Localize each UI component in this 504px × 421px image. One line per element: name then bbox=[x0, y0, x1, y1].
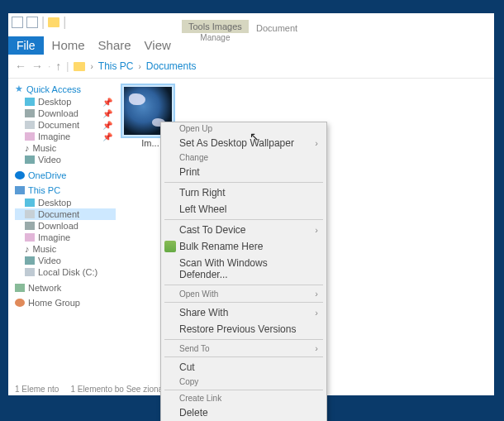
sidebar: ★Quick Access Desktop📌 Download📌 Documen… bbox=[8, 79, 116, 393]
ctx-set-wallpaper[interactable]: Set As Desktop Wallpaper› bbox=[161, 135, 326, 151]
sidebar-item-music[interactable]: ♪Music bbox=[15, 142, 116, 154]
pin-icon: 📌 bbox=[102, 109, 112, 118]
ctx-scan[interactable]: Scan With Windows Defender... bbox=[161, 255, 326, 283]
pictures-icon bbox=[25, 233, 35, 242]
sidebar-thispc[interactable]: This PC bbox=[15, 185, 116, 195]
context-tab-sub: Manage bbox=[182, 33, 249, 42]
ctx-open-with[interactable]: Open With› bbox=[161, 287, 326, 300]
ctx-delete[interactable]: Delete bbox=[161, 404, 326, 421]
pictures-icon bbox=[25, 132, 35, 141]
sidebar-network[interactable]: Network bbox=[15, 283, 116, 293]
status-selection: 1 Elemento bo See zionato bbox=[70, 385, 169, 394]
video-icon bbox=[25, 256, 35, 265]
ctx-cast[interactable]: Cast To Device› bbox=[161, 222, 326, 238]
document-icon bbox=[25, 121, 35, 129]
chevron-right-icon: › bbox=[315, 308, 318, 318]
disk-icon bbox=[25, 268, 35, 276]
chevron-right-icon: › bbox=[90, 62, 93, 71]
context-tab-group[interactable]: Tools Images Manage bbox=[182, 20, 249, 42]
sidebar-item-download[interactable]: Download📌 bbox=[15, 108, 116, 119]
ctx-create-link[interactable]: Create Link bbox=[161, 392, 326, 404]
ctx-restore[interactable]: Restore Previous Versions bbox=[161, 321, 326, 337]
file-tab[interactable]: File bbox=[8, 36, 44, 55]
breadcrumb-folder-icon bbox=[74, 62, 85, 71]
music-icon: ♪ bbox=[25, 143, 30, 153]
separator bbox=[164, 356, 323, 357]
ctx-send-to[interactable]: Send To› bbox=[161, 342, 326, 355]
ribbon-tabs: File Home Share View Tools Images Manage… bbox=[8, 31, 494, 55]
ctx-copy[interactable]: Copy bbox=[161, 376, 326, 388]
document-tab: Document bbox=[256, 23, 297, 33]
context-tab-title: Tools Images bbox=[182, 20, 249, 33]
titlebar: | | bbox=[8, 13, 494, 31]
sidebar-quick-access[interactable]: ★Quick Access bbox=[15, 84, 116, 94]
separator bbox=[164, 285, 323, 285]
sidebar-item-video[interactable]: Video bbox=[15, 154, 116, 165]
document-icon bbox=[25, 210, 35, 218]
context-menu: Open Up Set As Desktop Wallpaper› Change… bbox=[160, 122, 327, 421]
pin-icon: 📌 bbox=[102, 121, 112, 130]
separator bbox=[164, 339, 323, 340]
title-folder-icon bbox=[48, 17, 59, 27]
ctx-left-wheel[interactable]: Left Wheel bbox=[161, 201, 326, 218]
separator bbox=[164, 219, 323, 220]
chevron-right-icon: › bbox=[315, 289, 318, 299]
ctx-open[interactable]: Open Up bbox=[161, 122, 326, 135]
sidebar-item-pc-document[interactable]: Document bbox=[15, 208, 116, 220]
onedrive-icon bbox=[15, 171, 25, 179]
sidebar-item-imagine[interactable]: Imagine📌 bbox=[15, 131, 116, 142]
thispc-icon bbox=[15, 186, 25, 194]
sidebar-item-pc-video[interactable]: Video bbox=[15, 255, 116, 266]
view-tab[interactable]: View bbox=[138, 36, 178, 55]
title-app-icon bbox=[12, 17, 23, 28]
chevron-right-icon: › bbox=[315, 343, 318, 353]
ctx-change[interactable]: Change bbox=[161, 151, 326, 164]
ctx-cut[interactable]: Cut bbox=[161, 359, 326, 376]
desktop-icon bbox=[25, 98, 35, 106]
chevron-right-icon: › bbox=[139, 62, 141, 71]
nav-forward[interactable]: → bbox=[31, 60, 43, 73]
status-bar: 1 Eleme nto 1 Elemento bo See zionato bbox=[15, 385, 169, 394]
homegroup-icon bbox=[15, 299, 25, 307]
ctx-print[interactable]: Print bbox=[161, 164, 326, 180]
separator bbox=[164, 302, 323, 303]
ctx-share-with[interactable]: Share With› bbox=[161, 304, 326, 321]
pin-icon: 📌 bbox=[102, 98, 112, 107]
ctx-bulk-rename[interactable]: Bulk Rename Here bbox=[161, 238, 326, 255]
network-icon bbox=[15, 284, 25, 292]
share-tab[interactable]: Share bbox=[92, 36, 138, 55]
sidebar-onedrive[interactable]: OneDrive bbox=[15, 170, 116, 180]
nav-back[interactable]: ← bbox=[15, 60, 26, 73]
desktop-icon bbox=[25, 199, 35, 207]
ctx-turn-right[interactable]: Turn Right bbox=[161, 184, 326, 201]
sidebar-item-desktop[interactable]: Desktop📌 bbox=[15, 96, 116, 108]
sidebar-item-document[interactable]: Document📌 bbox=[15, 119, 116, 131]
download-icon bbox=[25, 222, 35, 230]
nav-up[interactable]: ↑ bbox=[55, 60, 61, 73]
music-icon: ♪ bbox=[25, 244, 30, 254]
sidebar-item-pc-desktop[interactable]: Desktop bbox=[15, 197, 116, 208]
breadcrumb-root[interactable]: This PC bbox=[98, 60, 134, 72]
sidebar-item-pc-download[interactable]: Download bbox=[15, 220, 116, 232]
breadcrumb-current[interactable]: Documents bbox=[146, 60, 197, 72]
separator bbox=[164, 182, 323, 183]
video-icon bbox=[25, 155, 35, 164]
pin-icon: 📌 bbox=[102, 132, 112, 141]
sidebar-item-pc-music[interactable]: ♪Music bbox=[15, 243, 116, 255]
explorer-window: | | File Home Share View Tools Images Ma… bbox=[8, 13, 494, 395]
home-tab[interactable]: Home bbox=[45, 36, 92, 55]
nav-bar: ← → · ↑ | › This PC › Documents bbox=[8, 55, 494, 79]
separator bbox=[164, 390, 323, 390]
title-tool-icon bbox=[26, 17, 38, 28]
bulk-rename-icon bbox=[164, 241, 176, 252]
chevron-right-icon: › bbox=[315, 225, 318, 235]
download-icon bbox=[25, 109, 35, 117]
sidebar-item-pc-disk[interactable]: Local Disk (C:) bbox=[15, 266, 116, 278]
sidebar-item-pc-imagine[interactable]: Imagine bbox=[15, 232, 116, 243]
sidebar-homegroup[interactable]: Home Group bbox=[15, 298, 116, 308]
status-count: 1 Eleme nto bbox=[15, 385, 59, 394]
chevron-right-icon: › bbox=[315, 138, 318, 148]
